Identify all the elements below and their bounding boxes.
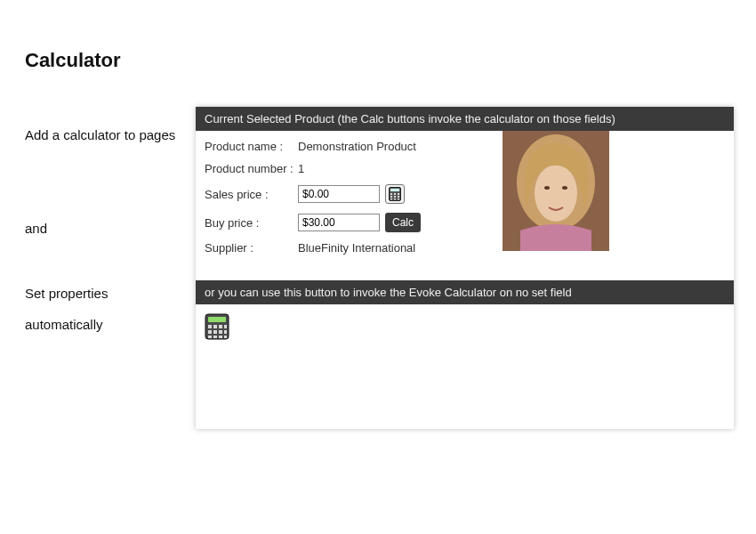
svg-rect-13 <box>394 196 396 198</box>
svg-rect-27 <box>224 330 227 334</box>
svg-rect-28 <box>208 336 212 338</box>
label-supplier: Supplier : <box>205 241 298 255</box>
label-product-number: Product number : <box>205 162 298 175</box>
value-supplier: BlueFinity International <box>298 241 415 255</box>
value-product-number: 1 <box>298 162 304 175</box>
svg-rect-9 <box>390 193 392 195</box>
panel-content: Product name : Demonstration Product Pro… <box>196 131 734 280</box>
label-product-name: Product name : <box>205 140 298 153</box>
buy-price-input[interactable] <box>298 214 380 231</box>
buy-price-calc-button[interactable]: Calc <box>385 213 421 232</box>
svg-rect-21 <box>213 325 217 328</box>
side-text-1: Add a calculator to pages <box>25 120 176 151</box>
svg-rect-31 <box>224 336 227 338</box>
side-text-2: and <box>25 214 176 245</box>
label-buy-price: Buy price : <box>205 216 298 230</box>
panel-below <box>196 304 734 429</box>
svg-rect-12 <box>390 196 392 198</box>
svg-rect-22 <box>219 325 222 328</box>
panel-header-1: Current Selected Product (the Calc butto… <box>196 107 734 131</box>
svg-point-4 <box>544 186 550 190</box>
side-text-3: Set properties automatically <box>25 279 176 340</box>
svg-rect-25 <box>213 330 217 334</box>
label-sales-price: Sales price : <box>205 188 298 201</box>
svg-rect-10 <box>394 193 396 195</box>
svg-rect-14 <box>398 196 399 198</box>
svg-rect-15 <box>390 198 392 200</box>
svg-rect-29 <box>213 336 217 338</box>
svg-rect-23 <box>224 325 227 328</box>
svg-rect-16 <box>394 198 396 200</box>
svg-rect-20 <box>208 325 212 328</box>
svg-point-5 <box>562 186 567 190</box>
svg-rect-17 <box>398 198 399 200</box>
page-title: Calculator <box>25 49 121 72</box>
svg-rect-11 <box>398 193 399 195</box>
calculator-icon <box>205 313 231 340</box>
standalone-calc-button[interactable] <box>205 313 231 340</box>
sales-price-calc-button[interactable] <box>385 184 405 204</box>
svg-rect-24 <box>208 330 212 334</box>
product-panel: Current Selected Product (the Calc butto… <box>196 107 734 429</box>
svg-rect-19 <box>208 317 226 322</box>
svg-rect-8 <box>390 189 399 191</box>
calculator-icon <box>389 187 401 201</box>
value-product-name: Demonstration Product <box>298 140 416 153</box>
product-image <box>503 131 609 251</box>
svg-point-3 <box>535 165 577 222</box>
svg-rect-26 <box>219 330 222 334</box>
svg-rect-30 <box>219 336 222 338</box>
panel-header-2: or you can use this button to invoke the… <box>196 280 734 304</box>
sales-price-input[interactable] <box>298 185 380 203</box>
